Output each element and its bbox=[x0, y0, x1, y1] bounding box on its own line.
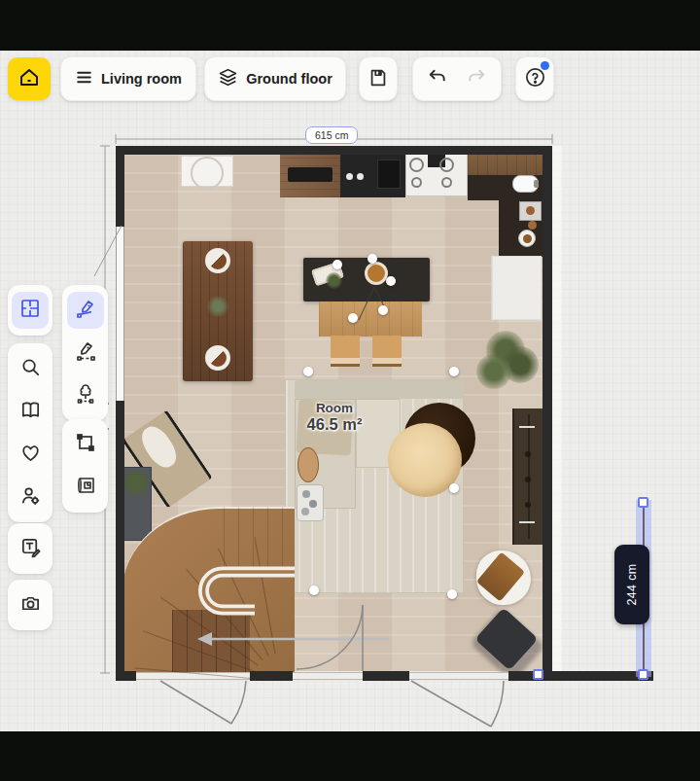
snapshot-camera-icon bbox=[19, 592, 42, 619]
letterbox-bottom bbox=[0, 731, 700, 781]
bottle-1 bbox=[302, 490, 310, 498]
floor-selector-label: Ground floor bbox=[246, 71, 332, 87]
wall-right[interactable] bbox=[542, 146, 552, 681]
sidebar-item-search[interactable] bbox=[12, 350, 49, 387]
community-user-icon bbox=[19, 484, 42, 511]
burner-2 bbox=[439, 158, 454, 172]
room-selector-label: Living room bbox=[101, 71, 182, 87]
burner-4 bbox=[441, 177, 452, 188]
room-area: 46.5 m² bbox=[280, 415, 389, 434]
sidebar-item-community[interactable] bbox=[12, 479, 49, 515]
home-house-icon bbox=[18, 66, 41, 92]
ceiling-light[interactable] bbox=[309, 586, 319, 595]
bottle-3 bbox=[301, 508, 309, 515]
side-table[interactable] bbox=[298, 447, 319, 482]
door-opening-left[interactable] bbox=[136, 672, 250, 680]
draw-wall-pen-icon bbox=[74, 297, 97, 324]
draw-room-rectangle-icon bbox=[74, 431, 97, 458]
food-plate bbox=[365, 262, 388, 285]
tool-draw-wall[interactable] bbox=[67, 292, 104, 329]
range-hood bbox=[377, 160, 401, 189]
countertop-appliance[interactable] bbox=[288, 167, 332, 182]
cup-2 bbox=[357, 173, 364, 180]
island-table[interactable] bbox=[319, 302, 422, 337]
dimension-label-top[interactable]: 615 cm bbox=[305, 126, 358, 144]
sidebar-item-text-note[interactable] bbox=[12, 530, 49, 567]
wall-bottom-seg3[interactable] bbox=[363, 671, 409, 681]
island-plant bbox=[326, 272, 342, 289]
question-mark-icon bbox=[524, 66, 546, 91]
ceiling-light[interactable] bbox=[378, 305, 388, 315]
sidebar-card-main bbox=[8, 343, 52, 522]
door-opening-middle[interactable] bbox=[293, 672, 363, 680]
floor-planner-app: Living room Ground floor bbox=[0, 51, 700, 731]
help-button[interactable] bbox=[515, 56, 554, 101]
kitchen-counter-right[interactable] bbox=[468, 154, 542, 177]
wall-bottom-seg1[interactable] bbox=[116, 671, 136, 681]
sidebar-item-snapshot[interactable] bbox=[12, 586, 49, 623]
notification-dot bbox=[541, 61, 549, 70]
window-left[interactable] bbox=[116, 227, 124, 401]
sofa-back[interactable] bbox=[295, 380, 464, 399]
wall-handle-corner[interactable] bbox=[533, 669, 543, 680]
tools-palette-draw bbox=[62, 285, 108, 421]
sidebar-card-snapshot bbox=[8, 580, 52, 630]
burner-3 bbox=[411, 177, 422, 188]
ceiling-light[interactable] bbox=[368, 254, 377, 264]
room-area-label: Room 46.5 m² bbox=[280, 401, 389, 434]
burner-1 bbox=[409, 158, 424, 172]
catalog-book-icon bbox=[19, 399, 42, 425]
potted-plant-large[interactable] bbox=[474, 329, 539, 389]
search-icon bbox=[19, 356, 42, 382]
ceiling-light[interactable] bbox=[449, 367, 459, 376]
wall-handle-bottom[interactable] bbox=[638, 669, 648, 680]
sink-faucet bbox=[534, 180, 539, 188]
floor-selector-button[interactable]: Ground floor bbox=[204, 56, 346, 101]
wall-length-badge[interactable]: 244 cm bbox=[614, 545, 649, 624]
cup-1 bbox=[346, 173, 353, 180]
floppy-save-icon bbox=[368, 67, 389, 91]
console-plant bbox=[122, 469, 150, 496]
wall-bottom-seg2[interactable] bbox=[250, 671, 293, 681]
redo-button[interactable] bbox=[466, 66, 488, 91]
ceiling-light[interactable] bbox=[332, 260, 342, 269]
undo-button[interactable] bbox=[426, 66, 448, 91]
bar-stool-2[interactable] bbox=[372, 336, 402, 367]
room-selector-button[interactable]: Living room bbox=[60, 56, 196, 101]
sidebar-item-catalog[interactable] bbox=[12, 393, 49, 430]
bottle-2 bbox=[309, 500, 317, 508]
ceiling-light[interactable] bbox=[303, 367, 313, 376]
floorplan-icon bbox=[18, 297, 42, 324]
room-name: Room bbox=[280, 401, 389, 415]
fridge-cabinet[interactable] bbox=[491, 256, 542, 320]
hamburger-menu-icon bbox=[75, 68, 93, 89]
tool-import-floorplan[interactable] bbox=[67, 469, 104, 506]
ceiling-light[interactable] bbox=[449, 483, 459, 493]
decor-plate[interactable] bbox=[191, 157, 224, 190]
home-button[interactable] bbox=[8, 57, 51, 100]
wall-bottom-seg4[interactable] bbox=[508, 671, 653, 681]
layers-icon bbox=[218, 67, 238, 90]
save-button[interactable] bbox=[359, 56, 398, 101]
tools-palette-room bbox=[62, 419, 108, 513]
wall-handle-top[interactable] bbox=[638, 497, 648, 508]
table-bowl-1[interactable] bbox=[205, 248, 230, 273]
ceiling-light[interactable] bbox=[348, 313, 358, 323]
sidebar-card-floorplan bbox=[8, 285, 52, 336]
wall-top[interactable] bbox=[116, 146, 552, 155]
sidebar-item-floorplan[interactable] bbox=[12, 292, 49, 329]
table-bowl-2[interactable] bbox=[205, 345, 230, 371]
wall-left-upper[interactable] bbox=[116, 146, 124, 227]
import-floorplan-icon bbox=[74, 474, 97, 501]
bar-stool-1[interactable] bbox=[331, 336, 360, 367]
plant-node-icon bbox=[74, 382, 97, 409]
tool-edit-nodes[interactable] bbox=[67, 335, 104, 372]
sidebar-item-favorites[interactable] bbox=[12, 436, 49, 473]
tool-plant-node[interactable] bbox=[67, 377, 104, 414]
tv-sideboard[interactable] bbox=[512, 408, 542, 545]
ceiling-light[interactable] bbox=[447, 589, 457, 599]
door-opening-right[interactable] bbox=[409, 672, 508, 680]
ceiling-light[interactable] bbox=[386, 276, 396, 286]
wall-left-lower[interactable] bbox=[116, 401, 124, 671]
tool-draw-room[interactable] bbox=[67, 426, 104, 463]
